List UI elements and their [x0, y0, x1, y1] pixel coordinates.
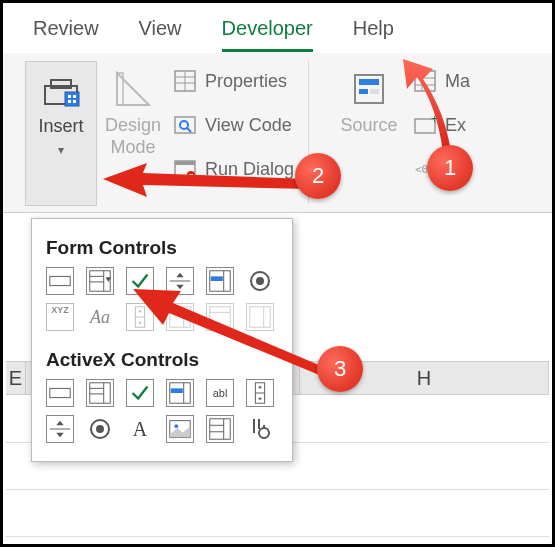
insert-controls-dropdown: Form Controls XYZ Aa ActiveX Controls ab…	[31, 218, 293, 462]
svg-rect-43	[170, 307, 190, 327]
ax-option-icon[interactable]	[86, 415, 114, 443]
view-code-button[interactable]: View Code	[173, 109, 294, 141]
svg-rect-22	[370, 89, 379, 94]
form-combobox-icon[interactable]	[86, 267, 114, 295]
form-button-icon[interactable]	[46, 267, 74, 295]
view-code-icon	[173, 113, 197, 137]
chevron-down-icon: ▾	[58, 143, 64, 157]
svg-rect-31	[90, 271, 110, 291]
source-icon	[349, 69, 389, 109]
svg-point-13	[180, 121, 188, 129]
svg-point-64	[174, 424, 178, 428]
ax-combobox-icon[interactable]	[86, 379, 114, 407]
map-label: Ma	[445, 71, 470, 92]
svg-rect-48	[250, 307, 270, 327]
run-dialog-button[interactable]: Run Dialog	[173, 153, 294, 185]
form-spinner-icon[interactable]	[166, 267, 194, 295]
insert-label: Insert	[38, 116, 83, 137]
ax-label-icon[interactable]: A	[126, 415, 154, 443]
ax-toggle-icon[interactable]	[206, 415, 234, 443]
form-listbox-icon[interactable]	[206, 267, 234, 295]
svg-text:+: +	[431, 113, 437, 126]
insert-button[interactable]: Insert ▾	[25, 61, 97, 206]
properties-label: Properties	[205, 71, 287, 92]
expand-label: Ex	[445, 115, 466, 136]
form-disabled3-icon	[246, 303, 274, 331]
tab-help[interactable]: Help	[353, 7, 394, 50]
ax-image-icon[interactable]	[166, 415, 194, 443]
run-dialog-label: Run Dialog	[205, 159, 294, 180]
svg-rect-65	[210, 419, 230, 439]
ax-spinner-icon[interactable]	[46, 415, 74, 443]
svg-point-62	[96, 425, 104, 433]
form-controls-heading: Form Controls	[46, 237, 278, 259]
callout-2: 2	[295, 153, 341, 199]
activex-row2: A	[46, 415, 278, 443]
controls-group: Insert ▾ Design Mode Properties View Cod…	[15, 61, 309, 204]
svg-rect-18	[189, 174, 193, 176]
svg-rect-2	[65, 92, 79, 106]
ribbon: Insert ▾ Design Mode Properties View Cod…	[3, 53, 552, 213]
source-button[interactable]: Source	[329, 61, 409, 206]
properties-icon	[173, 69, 197, 93]
tab-developer[interactable]: Developer	[222, 7, 313, 50]
callout-1: 1	[427, 145, 473, 191]
ax-scrollbar-icon[interactable]	[246, 379, 274, 407]
map-properties-button[interactable]: Ma	[413, 65, 470, 97]
svg-rect-5	[68, 100, 71, 103]
col-e[interactable]: E	[6, 362, 26, 394]
svg-rect-16	[175, 161, 195, 165]
properties-button[interactable]: Properties	[173, 65, 294, 97]
expansion-packs-button[interactable]: + Ex	[413, 109, 470, 141]
form-controls-row2: XYZ Aa	[46, 303, 278, 331]
ax-more-icon[interactable]	[246, 415, 274, 443]
ruler-triangle-icon	[113, 69, 153, 109]
svg-rect-4	[73, 95, 76, 98]
ax-textbox-icon[interactable]: abl	[206, 379, 234, 407]
activex-controls-heading: ActiveX Controls	[46, 349, 278, 371]
svg-rect-46	[210, 307, 230, 327]
tab-view[interactable]: View	[139, 7, 182, 50]
ax-listbox-icon[interactable]	[166, 379, 194, 407]
run-dialog-icon	[173, 157, 197, 181]
expand-icon: +	[413, 113, 437, 137]
svg-rect-38	[211, 276, 223, 281]
svg-rect-6	[73, 100, 76, 103]
form-scrollbar-icon[interactable]	[126, 303, 154, 331]
svg-line-14	[187, 128, 191, 132]
toolbox-icon	[41, 70, 81, 110]
design-mode-button[interactable]: Design Mode	[97, 61, 169, 206]
svg-point-69	[259, 428, 269, 438]
control-small-buttons: Properties View Code Run Dialog	[169, 61, 298, 189]
design-mode-label: Design Mode	[101, 115, 165, 158]
ax-checkbox-icon[interactable]	[126, 379, 154, 407]
svg-rect-51	[90, 383, 110, 403]
svg-rect-21	[359, 89, 368, 94]
form-groupbox-icon[interactable]: XYZ	[46, 303, 74, 331]
svg-point-40	[256, 277, 264, 285]
form-label-icon[interactable]: Aa	[86, 303, 114, 331]
form-disabled1-icon	[166, 303, 194, 331]
tab-review[interactable]: Review	[33, 7, 99, 50]
activex-row1: abl	[46, 379, 278, 407]
svg-rect-20	[359, 79, 379, 85]
map-icon	[413, 69, 437, 93]
source-label: Source	[341, 115, 398, 136]
svg-rect-57	[171, 388, 183, 393]
svg-rect-30	[50, 276, 70, 285]
svg-rect-50	[50, 388, 70, 397]
svg-rect-3	[68, 95, 71, 98]
form-option-icon[interactable]	[246, 267, 274, 295]
form-checkbox-icon[interactable]	[126, 267, 154, 295]
form-disabled2-icon	[206, 303, 234, 331]
form-controls-row1	[46, 267, 278, 295]
svg-rect-23	[415, 71, 435, 91]
ax-button-icon[interactable]	[46, 379, 74, 407]
view-code-label: View Code	[205, 115, 292, 136]
callout-3: 3	[317, 346, 363, 392]
svg-rect-12	[175, 117, 195, 133]
ribbon-tabs: Review View Developer Help	[3, 3, 552, 53]
